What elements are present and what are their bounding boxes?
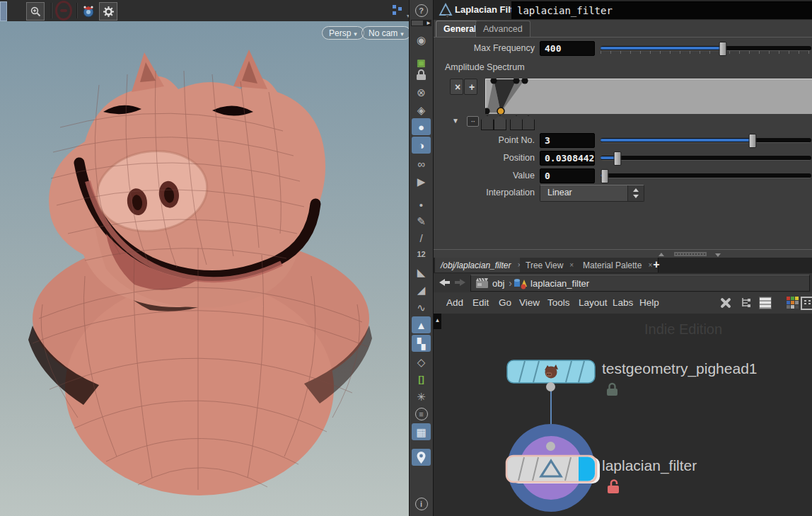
cone-display-icon[interactable]: ▲ [412, 316, 431, 333]
camera-menu-button[interactable]: No cam▾ [361, 26, 411, 40]
group-brackets-icon[interactable]: [] [412, 370, 431, 387]
curve-display-icon[interactable]: ∿ [412, 299, 431, 316]
ramp-collapse-toggle[interactable]: ▼ [452, 117, 459, 125]
viewport-settings-button[interactable] [99, 2, 117, 21]
network-display-options-icon[interactable] [801, 297, 812, 309]
chevron-down-icon: ▾ [354, 30, 357, 38]
hq-lighting-icon[interactable]: ◑ [412, 137, 431, 154]
lock-selection-icon[interactable] [412, 67, 431, 84]
ramp-editor[interactable] [485, 79, 812, 114]
menu-help[interactable]: Help [639, 297, 659, 308]
node-label-pighead[interactable]: testgeometry_pighead1 [602, 360, 758, 377]
pane-tab-material-palette[interactable]: Material Palette× [577, 258, 659, 273]
menu-labs[interactable]: Labs [613, 297, 633, 308]
snapshot-icon[interactable]: ▦ [412, 423, 431, 440]
shadows-icon[interactable]: ∞ [412, 155, 431, 172]
persp-menu-button[interactable]: Persp▾ [322, 26, 364, 40]
info-icon[interactable]: i [412, 495, 431, 512]
network-scroll-nub[interactable]: ▲ [434, 314, 441, 329]
breadcrumb[interactable]: obj › laplacian_filter [470, 275, 810, 292]
output-port-dot[interactable] [546, 382, 555, 391]
close-icon[interactable]: × [569, 261, 574, 269]
color-palette-grid-icon[interactable] [787, 297, 799, 309]
fan-display-icon[interactable]: ✳ [412, 388, 431, 405]
pighead-model [0, 21, 409, 516]
point-no-slider[interactable] [601, 134, 811, 146]
view-zoom-region-button[interactable] [26, 2, 45, 21]
stamp-icon[interactable]: ◣ [412, 263, 431, 280]
slider-handle[interactable] [601, 169, 608, 183]
slider-handle[interactable] [613, 151, 621, 166]
input-port-dot[interactable] [546, 442, 555, 451]
visualizers-icon[interactable]: ≡ [412, 406, 431, 423]
pane-tab-network[interactable]: /obj/laplacian_filter× [435, 258, 528, 273]
headlight-icon[interactable]: ◈ [412, 101, 431, 118]
menu-edit[interactable]: Edit [472, 297, 489, 308]
strip-scrollbar[interactable]: ► [411, 20, 431, 26]
unlocked-modified-icon [608, 478, 622, 494]
viewport-side-toolbar: ? ► ◉ ▣ ⊗ ◈ ● ◑ ∞ ▶ • ✎ / 12 ◣ ◢ ∿ ▲ ▚ ◇… [409, 0, 434, 516]
node-laplacian-filter[interactable] [505, 454, 601, 484]
menu-view[interactable]: View [519, 297, 540, 308]
pane-tab-stub[interactable] [0, 1, 7, 21]
max-frequency-field[interactable]: 400 [540, 41, 595, 56]
value-field[interactable]: 0 [540, 168, 595, 183]
pane-tab-treeview[interactable]: Tree View× [520, 258, 580, 273]
menu-go[interactable]: Go [499, 297, 511, 308]
display-pin-icon[interactable] [412, 449, 431, 466]
lock-icon [417, 69, 427, 81]
normal-lighting-icon[interactable]: ● [412, 118, 431, 135]
back-button[interactable] [439, 277, 450, 287]
forward-button[interactable] [455, 277, 465, 287]
slider-handle[interactable] [748, 134, 756, 148]
ramp-point-marker[interactable] [510, 115, 523, 130]
ramp-resize-button[interactable]: ↔ [467, 116, 479, 127]
stamp-12-icon[interactable]: ◢ [412, 281, 431, 298]
pick-icon[interactable]: / [412, 229, 431, 246]
spinner-arrows-icon[interactable] [627, 185, 644, 201]
position-field[interactable]: 0.0308442 [540, 151, 595, 166]
new-pane-tab-button[interactable]: + [647, 258, 666, 273]
ramp-point-marker[interactable] [522, 115, 535, 130]
ramp-point-marker[interactable] [481, 115, 494, 130]
texture-checker-icon[interactable]: ▚ [412, 335, 431, 352]
menu-add[interactable]: Add [446, 297, 463, 308]
pane-layout-button[interactable]: ▾ [391, 3, 410, 20]
breadcrumb-root[interactable]: obj [492, 278, 504, 289]
network-editor[interactable]: ▲ Indie Edition testgeometry_ [434, 314, 812, 516]
tree-hierarchy-icon[interactable] [741, 297, 753, 309]
flipbook-view-icon[interactable]: ▶ [412, 173, 431, 190]
help-icon[interactable]: ? [412, 2, 431, 19]
ramp-point-marker-selected[interactable] [494, 115, 506, 130]
record-disabled-button[interactable] [55, 2, 72, 19]
secure-selection-icon[interactable]: 12 [412, 246, 431, 263]
viewport-canvas[interactable]: Persp▾ No cam▾ [0, 21, 409, 516]
node-label-laplacian[interactable]: laplacian_filter [602, 457, 697, 474]
tools-wrench-icon[interactable] [719, 297, 732, 309]
menu-tools[interactable]: Tools [547, 297, 570, 308]
scene-viewport-pane: ▾ [0, 0, 409, 516]
node-testgeometry-pighead1[interactable] [506, 360, 596, 384]
points-display-icon[interactable]: • [412, 196, 431, 213]
obj-context-icon [475, 277, 489, 289]
list-view-icon[interactable] [759, 297, 772, 309]
breadcrumb-current[interactable]: laplacian_filter [530, 278, 589, 289]
view-mode-icon[interactable]: ◉ [412, 31, 431, 48]
max-frequency-label: Max Frequency [434, 43, 535, 53]
flipbook-button[interactable] [80, 2, 97, 19]
no-lights-icon[interactable]: ⊗ [412, 84, 431, 101]
diamond-display-icon[interactable]: ◇ [412, 353, 431, 370]
brush-icon[interactable]: ✎ [412, 212, 431, 229]
ramp-delete-point-button[interactable]: × [450, 79, 463, 95]
value-slider[interactable] [601, 170, 811, 181]
interpolation-dropdown[interactable]: Linear [540, 185, 644, 202]
point-no-field[interactable]: 3 [540, 133, 595, 148]
tab-advanced[interactable]: Advanced [475, 21, 530, 37]
slider-handle[interactable] [719, 42, 726, 56]
position-slider[interactable] [601, 152, 811, 164]
menu-layout[interactable]: Layout [579, 297, 608, 308]
viewport-toolbar: ▾ [0, 0, 409, 22]
ramp-add-point-button[interactable]: + [464, 79, 477, 95]
node-name-field[interactable]: laplacian_filter [511, 1, 812, 19]
max-frequency-slider[interactable] [601, 42, 811, 54]
